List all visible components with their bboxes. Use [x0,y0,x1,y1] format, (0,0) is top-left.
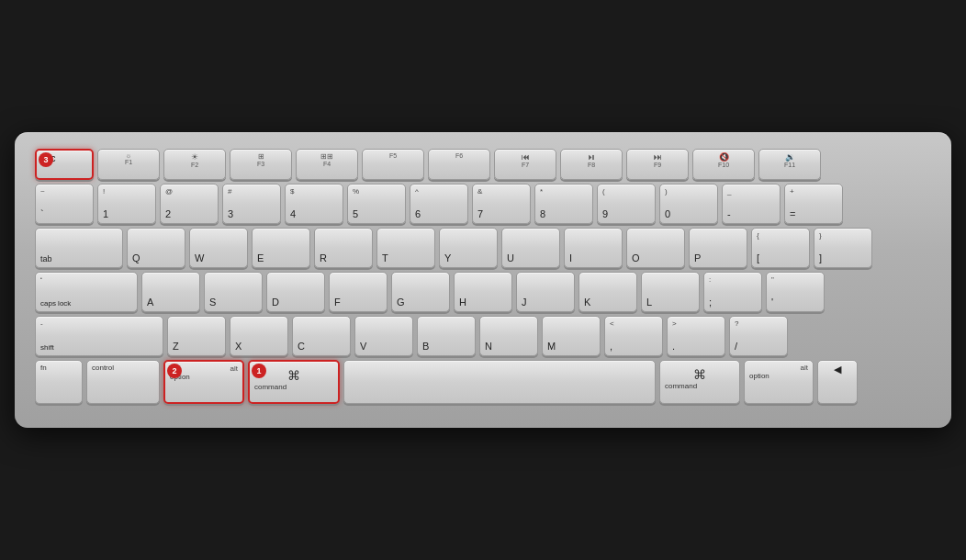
key-minus[interactable]: _ - [722,184,781,224]
key-f1[interactable]: ☼ F1 [97,149,160,180]
key-o[interactable]: O [626,228,685,268]
key-f10[interactable]: 🔇 F10 [692,149,755,180]
key-fn[interactable]: fn [35,360,83,404]
key-e[interactable]: E [252,228,310,268]
key-f11[interactable]: 🔉 F11 [758,149,821,180]
key-arrow-left[interactable]: ◀ [817,360,858,404]
fn-row: 3 esc ☼ F1 ☀ F2 ⊞ F3 [35,149,931,180]
key-0[interactable]: ) 0 [659,184,718,224]
caps-row: • caps lock A S D F G H J K L : [35,272,931,312]
bottom-row: fn control 2 alt option 1 ⌘ command [35,360,931,404]
key-space[interactable] [343,360,656,404]
key-2[interactable]: @ 2 [160,184,219,224]
key-x[interactable]: X [230,316,288,356]
key-q[interactable]: Q [127,228,185,268]
key-7[interactable]: & 7 [472,184,531,224]
tab-row: tab Q W E R T Y U I O P [35,228,931,268]
key-f2[interactable]: ☀ F2 [163,149,226,180]
key-8[interactable]: * 8 [534,184,593,224]
key-i[interactable]: I [564,228,623,268]
key-5[interactable]: % 5 [347,184,406,224]
key-c[interactable]: C [292,316,351,356]
key-y[interactable]: Y [439,228,498,268]
key-f9[interactable]: ⏭ F9 [626,149,689,180]
key-f5[interactable]: F5 [362,149,424,180]
key-tilde[interactable]: ~ ` [35,184,94,224]
key-u[interactable]: U [501,228,560,268]
key-z[interactable]: Z [167,316,226,356]
key-n[interactable]: N [479,316,538,356]
key-t[interactable]: T [376,228,435,268]
key-r[interactable]: R [314,228,373,268]
key-s[interactable]: S [204,272,263,312]
key-j[interactable]: J [516,272,575,312]
keyboard: 3 esc ☼ F1 ☀ F2 ⊞ F3 [15,132,951,428]
key-a[interactable]: A [141,272,200,312]
key-lbracket[interactable]: { [ [751,228,810,268]
key-command-left[interactable]: 1 ⌘ command [248,360,340,404]
key-period[interactable]: > . [667,316,725,356]
key-p[interactable]: P [689,228,747,268]
key-d[interactable]: D [266,272,325,312]
key-f8[interactable]: ⏯ F8 [560,149,623,180]
key-semicolon[interactable]: : ; [703,272,762,312]
key-quote[interactable]: " ' [766,272,825,312]
key-g[interactable]: G [391,272,450,312]
key-equals[interactable]: + = [784,184,843,224]
shift-row: shift - Z X C V B N M < , > . [35,316,931,356]
key-slash[interactable]: ? / [729,316,788,356]
key-control[interactable]: control [86,360,160,404]
key-esc[interactable]: 3 esc [35,149,94,180]
key-k[interactable]: K [578,272,637,312]
key-f4[interactable]: ⊞⊞ F4 [296,149,358,180]
key-4[interactable]: $ 4 [285,184,343,224]
key-capslock[interactable]: • caps lock [35,272,138,312]
key-m[interactable]: M [542,316,601,356]
key-9[interactable]: ( 9 [597,184,656,224]
badge-3: 3 [39,152,53,167]
key-f6[interactable]: F6 [428,149,490,180]
key-shift-left[interactable]: shift - [35,316,163,356]
badge-2: 2 [167,364,182,378]
key-option-right[interactable]: alt option [744,360,814,404]
key-f7[interactable]: ⏮ F7 [494,149,556,180]
key-6[interactable]: ^ 6 [410,184,468,224]
key-v[interactable]: V [354,316,413,356]
key-f3[interactable]: ⊞ F3 [230,149,292,180]
key-b[interactable]: B [417,316,476,356]
key-l[interactable]: L [641,272,700,312]
key-comma[interactable]: < , [604,316,663,356]
key-w[interactable]: W [189,228,248,268]
number-row: ~ ` ! 1 @ 2 # 3 $ 4 % 5 ^ 6 & 7 [35,184,931,224]
key-3[interactable]: # 3 [222,184,281,224]
badge-1: 1 [252,364,266,378]
key-tab[interactable]: tab [35,228,123,268]
key-1[interactable]: ! 1 [97,184,156,224]
key-h[interactable]: H [454,272,512,312]
key-command-right[interactable]: ⌘ command [659,360,740,404]
key-rbracket[interactable]: } ] [814,228,872,268]
key-option-left[interactable]: 2 alt option [163,360,244,404]
key-f[interactable]: F [329,272,388,312]
